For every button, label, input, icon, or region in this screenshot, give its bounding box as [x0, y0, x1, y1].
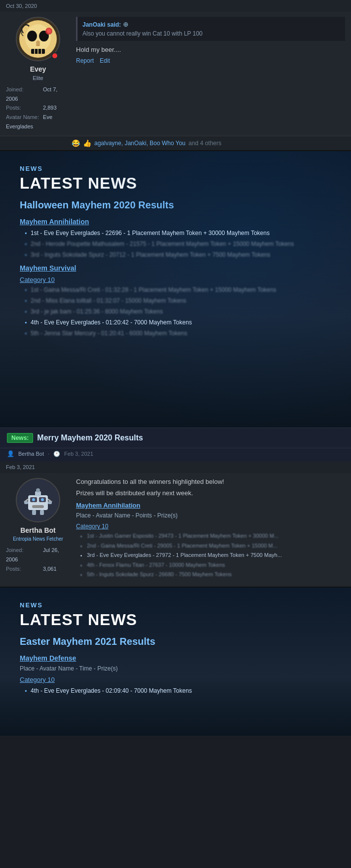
news-label-1: NEWS	[20, 165, 331, 172]
post-date-header: Oct 30, 2020	[0, 0, 351, 12]
quote-block: JanOaki said: ⊕ Also you cannot really w…	[76, 17, 345, 41]
svg-point-24	[41, 498, 44, 501]
result-item-5: 5th - Inguts Sokolade Spurz - 26680 - 75…	[87, 570, 345, 579]
post-date: Oct 30, 2020	[6, 3, 37, 9]
username: Evey	[30, 65, 46, 73]
post2-content: Congratulations to all the winners highl…	[76, 478, 345, 582]
result-item-4: 4th - Fenox Flamu Titan - 27637 - 10000 …	[87, 561, 345, 569]
post-message: Hold my beer....	[76, 46, 345, 53]
post2-posts-row: Posts: 3,061	[6, 564, 70, 574]
post2-posts-value: 3,061	[43, 566, 57, 572]
svg-point-2	[27, 31, 37, 41]
annihilation-list: 1st - Eve Evey Everglades - 22696 - 1 Pl…	[20, 229, 331, 259]
post2-avatar-wrap	[16, 478, 60, 522]
svg-point-23	[32, 498, 35, 501]
svg-point-16	[36, 488, 40, 492]
result-item-3: 3rd - Eve Evey Everglades - 27972 - 1 Pl…	[87, 551, 345, 559]
meta-separator: ·	[48, 451, 49, 457]
edit-link[interactable]: Edit	[100, 57, 110, 64]
quote-icon: ⊕	[123, 21, 128, 28]
post2-body: Bertha Bot Entropia News Fetcher Joined:…	[0, 473, 351, 587]
post2-date: Feb 3, 2021	[6, 464, 35, 470]
result-item-2: 2nd - Gaina Messa/Ri Creti - 29005 - 1 P…	[87, 542, 345, 550]
news2-result-1: 4th - Eve Evey Everglades - 02:09:40 - 7…	[25, 686, 331, 695]
post-content: JanOaki said: ⊕ Also you cannot really w…	[76, 17, 345, 131]
post-2: Feb 3, 2021	[0, 461, 351, 588]
annihilation-item-2: 2nd - Herode Poupette Mathusalem - 21575…	[25, 239, 331, 248]
news-cat10-link[interactable]: Category 10	[20, 276, 331, 283]
post2-section-title[interactable]: Mayhem Annihilation	[76, 502, 345, 509]
post2-posts-label: Posts:	[6, 564, 41, 574]
person-icon: 👤	[7, 450, 14, 457]
svg-rect-21	[32, 510, 36, 515]
news-entry-title[interactable]: Merry Mayhem 2020 Results	[37, 434, 143, 442]
news-banner-1: NEWS LATEST NEWS Halloween Mayhem 2020 R…	[0, 151, 351, 428]
survival-item-1: 1st - Gaina Messa/Ri Creti - 01:32:28 - …	[25, 285, 331, 294]
posts-label: Posts:	[6, 103, 41, 113]
annihilation-item-1: 1st - Eve Evey Everglades - 22696 - 1 Pl…	[25, 229, 331, 237]
posts-row: Posts: 2,893	[6, 103, 70, 113]
svg-point-10	[47, 29, 51, 33]
posts-value: 2,893	[43, 105, 57, 111]
post2-place-line: Place - Avatar Name - Points - Prize(s)	[76, 512, 345, 519]
skull-avatar-icon	[18, 19, 58, 59]
joined-label: Joined:	[6, 85, 41, 94]
news-label-2: NEWS	[20, 601, 331, 609]
post2-message1: Congratulations to all the winners highl…	[76, 478, 345, 485]
online-badge	[51, 52, 58, 59]
news-title-2: LATEST NEWS	[20, 611, 331, 629]
news2-cat-link[interactable]: Category 10	[20, 676, 331, 683]
news-tag: News:	[7, 433, 33, 443]
post2-user-meta: Joined: Jul 26, 2006 Posts: 3,061	[6, 546, 70, 573]
survival-item-4: 4th - Eve Evey Everglades - 01:20:42 - 7…	[25, 318, 331, 327]
user-role: Elite	[33, 75, 43, 81]
post2-username: Bertha Bot	[20, 526, 56, 534]
post-body: Evey Elite Joined: Oct 7, 2006 Posts: 2,…	[0, 12, 351, 136]
post2-joined-label: Joined:	[6, 546, 41, 555]
news-author: Bertha Bot	[18, 451, 44, 457]
news-section-annihilation[interactable]: Mayhem Annihilation	[20, 218, 331, 226]
survival-item-3: 3rd - je jak bam - 01:25:36 - 8000 Mayhe…	[25, 307, 331, 316]
post2-avatar	[16, 478, 60, 522]
result-item-1: 1st - Justin Gamer Esposito - 29473 - 1 …	[87, 532, 345, 540]
svg-rect-19	[24, 501, 28, 504]
svg-point-4	[36, 40, 40, 45]
news-section-survival[interactable]: Mayhem Survival	[20, 264, 331, 272]
reaction-others: and 4 others	[189, 140, 222, 147]
avatar-name-row: Avatar Name: Eve Everglades	[6, 113, 70, 131]
news-banner-2: NEWS LATEST NEWS Easter Mayhem 2021 Resu…	[0, 588, 351, 736]
news-article-title-2: Easter Mayhem 2021 Results	[20, 636, 331, 647]
annihilation-item-3: 3rd - Inguts Sokolade Spurz - 20712 - 1 …	[25, 250, 331, 259]
news-entry-meta: 👤 Bertha Bot · 🕐 Feb 3, 2021	[0, 448, 351, 461]
post2-cat-link[interactable]: Category 10	[76, 523, 345, 530]
quote-author: JanOaki said: ⊕	[82, 21, 340, 28]
quote-author-name: JanOaki said:	[82, 21, 121, 28]
news2-section-defense[interactable]: Mayhem Defense	[20, 654, 331, 662]
quote-text: Also you cannot really win Cat 10 with L…	[82, 30, 340, 37]
robot-avatar-icon	[18, 480, 58, 520]
reaction-users: agalvayne, JanOaki, Boo Who You	[94, 140, 186, 147]
news-title-1: LATEST NEWS	[20, 174, 331, 193]
survival-item-2: 2nd - Miss Elana tolltall - 01:32:07 - 1…	[25, 296, 331, 305]
post-actions: Report Edit	[76, 57, 345, 64]
post2-user-title: Entropia News Fetcher	[13, 536, 63, 542]
laugh-emoji: 😂	[72, 139, 80, 147]
user-sidebar: Evey Elite Joined: Oct 7, 2006 Posts: 2,…	[6, 17, 70, 131]
thumbs-emoji: 👍	[83, 139, 91, 147]
post2-results: 1st - Justin Gamer Esposito - 29473 - 1 …	[76, 532, 345, 579]
svg-rect-22	[40, 510, 44, 515]
survival-list: 1st - Gaina Messa/Ri Creti - 01:32:28 - …	[20, 285, 331, 338]
news-date: Feb 3, 2021	[64, 451, 93, 457]
user-meta: Joined: Oct 7, 2006 Posts: 2,893 Avatar …	[6, 85, 70, 131]
news2-place-line: Place - Avatar Name - Time - Prize(s)	[20, 665, 331, 672]
news2-results-list: 4th - Eve Evey Everglades - 02:09:40 - 7…	[20, 686, 331, 695]
survival-item-5: 5th - Jenna Star Mercury - 01:20:41 - 60…	[25, 329, 331, 338]
post2-date-header: Feb 3, 2021	[0, 461, 351, 473]
joined-row: Joined: Oct 7, 2006	[6, 85, 70, 103]
report-link[interactable]: Report	[76, 57, 94, 64]
post2-message2: Prizes will be distributed early next we…	[76, 489, 345, 497]
news-article-title-1: Halloween Mayhem 2020 Results	[20, 199, 331, 211]
reactions-bar: 😂 👍 agalvayne, JanOaki, Boo Who You and …	[0, 136, 351, 150]
post2-sidebar: Bertha Bot Entropia News Fetcher Joined:…	[6, 478, 70, 582]
svg-rect-14	[32, 505, 44, 508]
